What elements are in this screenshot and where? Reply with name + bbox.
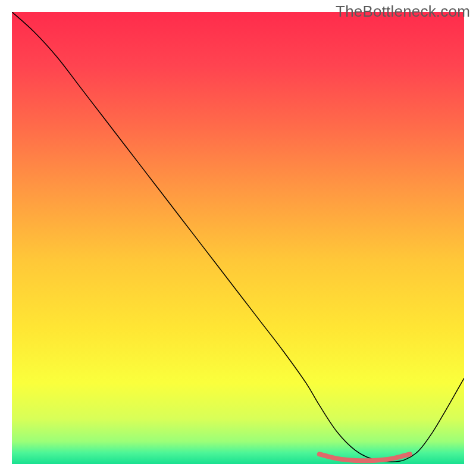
plot-area: [12, 12, 464, 464]
chart-container: TheBottleneck.com: [0, 0, 476, 476]
watermark-text: TheBottleneck.com: [336, 2, 470, 21]
chart-background: [12, 12, 464, 464]
chart-svg: [12, 12, 464, 464]
